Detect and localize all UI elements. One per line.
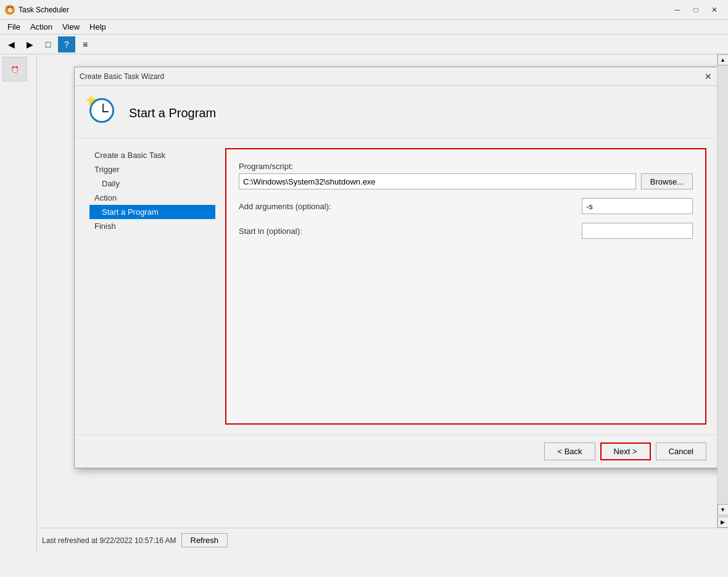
right-scrollbar: ▲ ▼ ▶ <box>717 54 728 528</box>
minimize-button[interactable]: ─ <box>669 3 686 17</box>
toolbar-btn3[interactable]: ≡ <box>77 36 94 52</box>
start-in-input-row: Start in (optional): <box>239 223 693 239</box>
title-bar: ⏰ Task Scheduler ─ □ ✕ <box>0 0 728 20</box>
nav-create-basic-task[interactable]: Create a Basic Task <box>89 148 215 162</box>
main-pane: Create Basic Task Wizard ✕ ⭐ Start a Pro… <box>37 54 728 552</box>
start-in-label: Start in (optional): <box>239 226 577 236</box>
refresh-button[interactable]: Refresh <box>181 533 228 547</box>
program-script-label: Program/script: <box>239 162 693 171</box>
nav-finish[interactable]: Finish <box>89 219 215 233</box>
dialog-overlay: Create Basic Task Wizard ✕ ⭐ Start a Pro… <box>37 54 728 552</box>
window-controls: ─ □ ✕ <box>669 3 723 17</box>
menu-view[interactable]: View <box>57 21 85 33</box>
status-text: Last refreshed at 9/22/2022 10:57:16 AM <box>42 536 176 545</box>
start-in-row: Start in (optional): <box>239 223 693 239</box>
dialog-title: Create Basic Task Wizard <box>80 72 700 81</box>
browse-button[interactable]: Browse... <box>641 173 693 189</box>
menu-help[interactable]: Help <box>85 21 111 33</box>
nav-action[interactable]: Action <box>89 191 215 205</box>
close-button[interactable]: ✕ <box>706 3 723 17</box>
menu-file[interactable]: File <box>2 21 25 33</box>
scroll-track <box>718 65 729 504</box>
back-toolbar-button[interactable]: ◀ <box>2 36 20 52</box>
clock-icon <box>89 98 114 123</box>
dialog-close-button[interactable]: ✕ <box>700 70 716 83</box>
main-window: ⏰ Task Scheduler ─ □ ✕ File Action View … <box>0 0 728 577</box>
arguments-row: Add arguments (optional): <box>239 198 693 214</box>
start-in-input[interactable] <box>582 223 693 239</box>
scroll-up-button[interactable]: ▲ <box>718 54 729 65</box>
app-title: Task Scheduler <box>19 6 669 14</box>
arguments-input-row: Add arguments (optional): <box>239 198 693 214</box>
wizard-nav: Create a Basic Task Trigger Daily Action… <box>89 148 225 425</box>
content-area: ⏰ Create Basic Task Wizard ✕ ⭐ <box>0 54 728 552</box>
dialog-title-bar: Create Basic Task Wizard ✕ <box>75 67 721 86</box>
maximize-button[interactable]: □ <box>687 3 705 17</box>
program-script-input-row: Browse... <box>239 173 693 189</box>
menu-action[interactable]: Action <box>25 21 57 33</box>
status-bar: Last refreshed at 9/22/2022 10:57:16 AM … <box>37 528 728 552</box>
next-button[interactable]: Next > <box>600 442 651 460</box>
arguments-label: Add arguments (optional): <box>239 202 577 211</box>
cancel-button[interactable]: Cancel <box>656 442 706 460</box>
nav-trigger[interactable]: Trigger <box>89 162 215 176</box>
dialog-header: ⭐ Start a Program <box>75 86 721 138</box>
nav-daily[interactable]: Daily <box>89 176 215 191</box>
wizard-dialog: Create Basic Task Wizard ✕ ⭐ Start a Pro… <box>74 67 722 468</box>
arguments-input[interactable] <box>582 198 693 214</box>
app-icon: ⏰ <box>5 5 15 15</box>
back-button[interactable]: < Back <box>544 442 595 460</box>
program-script-input[interactable] <box>239 173 636 189</box>
sidebar-task-icon: ⏰ <box>2 57 27 81</box>
dialog-body: Create a Basic Task Trigger Daily Action… <box>75 138 721 434</box>
forward-toolbar-button[interactable]: ▶ <box>21 36 38 52</box>
scroll-right-button[interactable]: ▶ <box>718 517 729 528</box>
toolbar: ◀ ▶ □ ? ≡ <box>0 35 728 54</box>
program-script-row: Program/script: Browse... <box>239 162 693 189</box>
dialog-footer: < Back Next > Cancel <box>75 434 721 468</box>
toolbar-btn2[interactable]: ? <box>58 36 75 52</box>
dialog-header-title: Start a Program <box>129 106 216 120</box>
sidebar: ⏰ <box>0 54 37 552</box>
scroll-down-button[interactable]: ▼ <box>718 504 729 515</box>
menu-bar: File Action View Help <box>0 20 728 35</box>
form-area: Program/script: Browse... Add arguments … <box>225 148 706 425</box>
wizard-icon-wrapper: ⭐ <box>89 98 119 128</box>
toolbar-btn1[interactable]: □ <box>39 36 57 52</box>
nav-start-program[interactable]: Start a Program <box>89 205 215 219</box>
